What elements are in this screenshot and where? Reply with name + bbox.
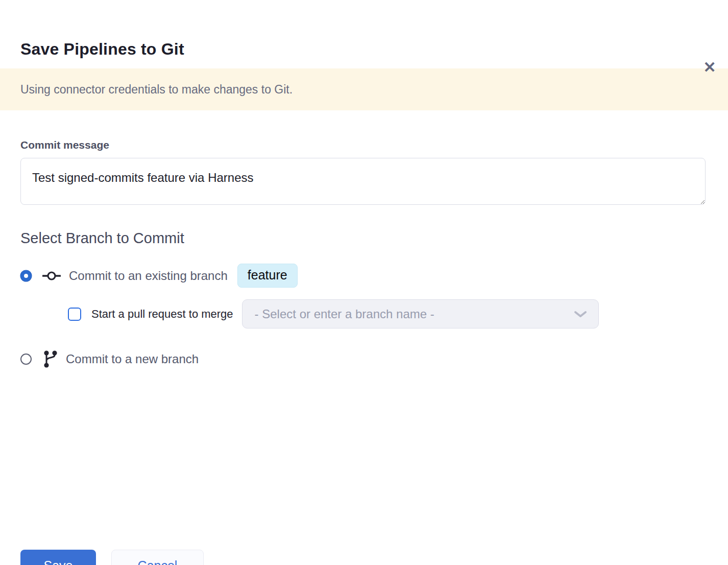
target-branch-select[interactable]: - Select or enter a branch name - (242, 299, 599, 328)
chevron-down-icon (574, 310, 587, 318)
pull-request-checkbox[interactable] (68, 308, 81, 321)
info-banner-text: Using connector credentials to make chan… (20, 83, 293, 97)
page-title: Save Pipelines to Git (20, 39, 728, 59)
existing-branch-radio[interactable] (20, 270, 32, 281)
selected-branch-badge[interactable]: feature (237, 264, 298, 288)
target-branch-placeholder: - Select or enter a branch name - (255, 307, 574, 321)
git-commit-icon (42, 270, 61, 282)
commit-message-label: Commit message (20, 139, 708, 151)
new-branch-label: Commit to a new branch (66, 352, 199, 366)
cancel-button[interactable]: Cancel (111, 550, 204, 565)
pull-request-row: Start a pull request to merge - Select o… (68, 299, 708, 328)
select-branch-heading: Select Branch to Commit (20, 230, 708, 247)
modal-footer: Save Cancel (20, 550, 204, 565)
pull-request-label: Start a pull request to merge (91, 308, 233, 321)
info-banner: Using connector credentials to make chan… (0, 68, 728, 110)
new-branch-option: Commit to a new branch (20, 349, 708, 369)
close-icon[interactable]: ✕ (699, 57, 720, 78)
save-pipelines-modal: ✕ Save Pipelines to Git Using connector … (0, 39, 728, 565)
modal-content: Commit message Test signed-commits featu… (0, 139, 728, 369)
existing-branch-option: Commit to an existing branch feature (20, 264, 708, 288)
save-button[interactable]: Save (20, 550, 96, 565)
git-branch-icon (42, 349, 58, 369)
commit-message-input[interactable]: Test signed-commits feature via Harness (20, 158, 706, 205)
existing-branch-label: Commit to an existing branch (69, 269, 228, 283)
new-branch-radio[interactable] (20, 354, 32, 365)
